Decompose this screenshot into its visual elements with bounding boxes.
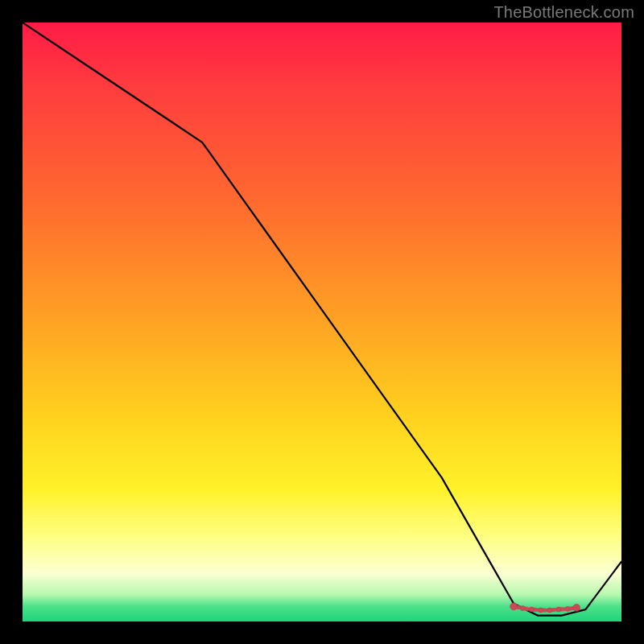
svg-point-13 [565, 606, 570, 611]
chart-frame: TheBottleneck.com [0, 0, 644, 644]
svg-point-10 [539, 608, 543, 613]
svg-point-7 [510, 603, 518, 610]
svg-point-9 [529, 607, 534, 612]
watermark-text: TheBottleneck.com [493, 3, 634, 22]
highlight-markers [510, 603, 580, 613]
svg-point-11 [547, 608, 552, 613]
chart-overlay [23, 23, 621, 621]
svg-point-14 [573, 604, 580, 611]
bottleneck-curve [23, 23, 621, 616]
svg-point-12 [556, 607, 561, 612]
plot-area [23, 23, 621, 621]
svg-point-8 [520, 606, 525, 611]
